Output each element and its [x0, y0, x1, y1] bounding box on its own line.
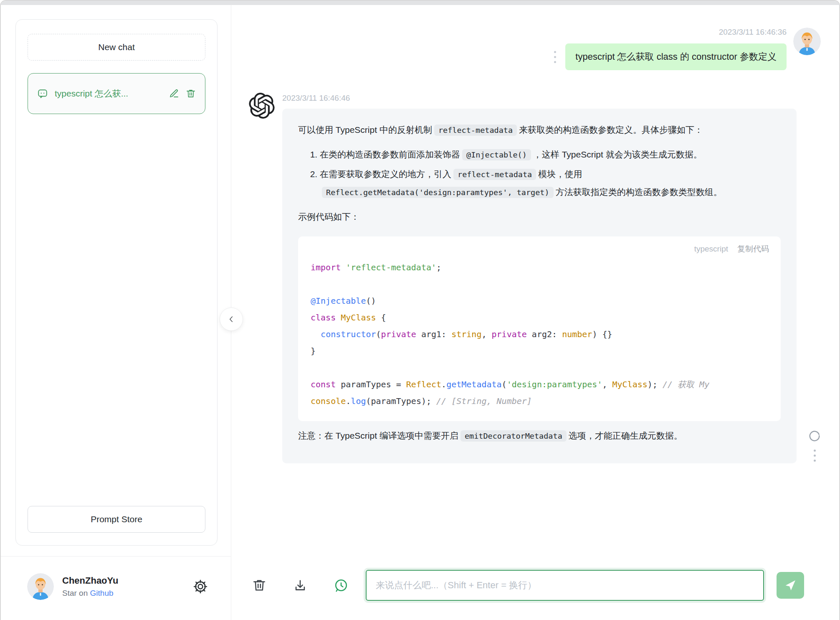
- settings-button[interactable]: [192, 579, 208, 595]
- message-options-button[interactable]: [814, 450, 816, 462]
- regenerate-button[interactable]: [808, 429, 821, 442]
- message-options-button[interactable]: [554, 51, 556, 63]
- list-item: 在类的构造函数参数前面添加装饰器@Injectable()，这样 TypeScr…: [320, 146, 781, 164]
- composer-bar: [231, 557, 839, 620]
- chat-history-button[interactable]: [333, 577, 349, 593]
- chevron-left-icon: [227, 315, 236, 324]
- code-block: typescript 复制代码 import 'reflect-metadata…: [298, 236, 781, 421]
- code-language-label: typescript: [694, 244, 728, 254]
- inline-code: @Injectable(): [462, 149, 531, 160]
- gear-icon: [192, 579, 208, 595]
- edit-conversation-icon[interactable]: [169, 89, 179, 99]
- sidebar-item-conversation[interactable]: typescript 怎么获...: [28, 73, 205, 114]
- download-icon: [293, 578, 307, 592]
- message-input[interactable]: [366, 570, 764, 601]
- sidebar-footer: ChenZhaoYu Star on Github: [1, 556, 231, 620]
- code-content: import 'reflect-metadata'; @Injectable()…: [298, 254, 781, 421]
- inline-code: emitDecoratorMetadata: [460, 430, 567, 442]
- user-avatar: [27, 573, 54, 600]
- chat-main: 2023/3/11 16:46:36 typescript 怎么获取 class…: [231, 5, 839, 620]
- copy-code-button[interactable]: 复制代码: [737, 244, 769, 254]
- trash-icon: [252, 578, 266, 592]
- inline-code: reflect-metadata: [453, 169, 536, 180]
- answer-intro: 可以使用 TypeScript 中的反射机制reflect-metadata来获…: [298, 121, 781, 139]
- clear-conversation-button[interactable]: [251, 577, 267, 593]
- prompt-store-button[interactable]: Prompt Store: [28, 506, 205, 533]
- inline-code: Reflect.getMetadata('design:paramtypes',…: [322, 187, 554, 198]
- chat-list-empty-space: [28, 114, 205, 506]
- answer-note: 注意：在 TypeScript 编译选项中需要开启emitDecoratorMe…: [298, 427, 781, 445]
- list-item: 在需要获取参数定义的地方，引入reflect-metadata模块，使用Refl…: [320, 165, 781, 201]
- answer-example-label: 示例代码如下：: [298, 208, 781, 226]
- user-name: ChenZhaoYu: [62, 575, 184, 586]
- conversation-title: typescript 怎么获...: [55, 88, 162, 99]
- chat-bubble-icon: [37, 88, 48, 99]
- user-avatar: [793, 28, 821, 55]
- star-on-github: Star on Github: [62, 589, 184, 598]
- user-message-timestamp: 2023/3/11 16:46:36: [719, 28, 787, 37]
- answer-steps: 在类的构造函数参数前面添加装饰器@Injectable()，这样 TypeScr…: [298, 146, 781, 201]
- export-chat-button[interactable]: [292, 577, 308, 593]
- assistant-message-bubble: 可以使用 TypeScript 中的反射机制reflect-metadata来获…: [282, 109, 797, 463]
- chat-history-icon: [334, 578, 348, 592]
- refresh-icon: [808, 429, 821, 442]
- sidebar: New chat typescript 怎么获...: [1, 5, 231, 620]
- sidebar-collapse-button[interactable]: [220, 307, 243, 331]
- delete-conversation-icon[interactable]: [186, 89, 196, 99]
- github-link[interactable]: Github: [90, 589, 114, 597]
- assistant-message: 2023/3/11 16:46:46 可以使用 TypeScript 中的反射机…: [249, 92, 821, 463]
- message-scroll-area[interactable]: 2023/3/11 16:46:36 typescript 怎么获取 class…: [231, 5, 839, 557]
- chatgpt-web-app: New chat typescript 怎么获...: [0, 0, 840, 620]
- send-button[interactable]: [777, 572, 804, 599]
- window-top-edge: [1, 1, 839, 5]
- user-message-bubble: typescript 怎么获取 class 的 constructor 参数定义: [565, 43, 787, 70]
- paper-plane-icon: [784, 579, 797, 592]
- new-chat-button[interactable]: New chat: [28, 34, 205, 61]
- openai-logo: [249, 92, 275, 463]
- inline-code: reflect-metadata: [434, 125, 517, 136]
- assistant-message-timestamp: 2023/3/11 16:46:46: [282, 94, 797, 103]
- chat-list-panel: New chat typescript 怎么获...: [15, 19, 218, 546]
- user-message: 2023/3/11 16:46:36 typescript 怎么获取 class…: [249, 28, 821, 70]
